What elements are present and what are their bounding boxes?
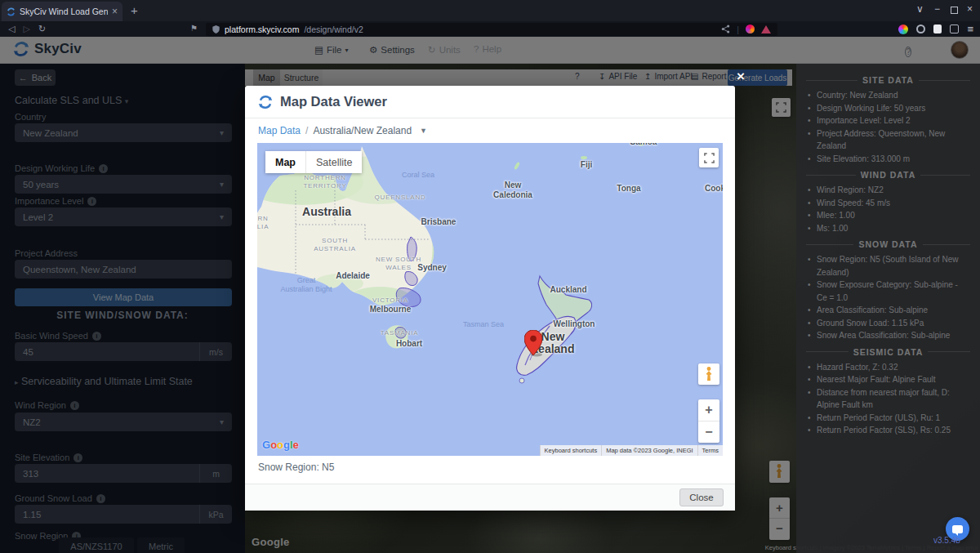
window-menu-icon[interactable]: ∨ bbox=[916, 3, 924, 15]
window-restore-icon[interactable] bbox=[951, 7, 958, 14]
skyciv-favicon-icon bbox=[7, 7, 16, 16]
google-map[interactable]: Samoa Fiji New Caledonia Tonga Cook Is C… bbox=[257, 143, 723, 456]
new-tab-button[interactable]: + bbox=[131, 3, 138, 17]
keyboard-shortcuts-link[interactable]: Keyboard shortcuts bbox=[540, 445, 602, 456]
extensions-icon[interactable] bbox=[916, 25, 925, 33]
browser-tabbar: SkyCiv Wind Load Generat × + ∨ − × bbox=[0, 0, 980, 21]
map-label: Sydney bbox=[417, 263, 447, 272]
map-label: ERN bbox=[257, 215, 269, 223]
map-label: Fiji bbox=[581, 160, 592, 169]
pegman-icon bbox=[705, 367, 713, 381]
tab-title: SkyCiv Wind Load Generat bbox=[20, 7, 108, 16]
modal-title: Map Data Viewer bbox=[280, 94, 387, 109]
screen: SkyCiv Wind Load Generat × + ∨ − × ◁ ▷ ↻… bbox=[0, 0, 980, 553]
map-label: Hobart bbox=[396, 339, 422, 348]
map-data-viewer-modal: Map Data Viewer Map Data / Australia/New… bbox=[245, 86, 735, 511]
map-label: Adelaide bbox=[336, 271, 370, 280]
map-type-control: Map Satellite bbox=[265, 151, 362, 173]
map-label: SOUTH AUSTRALIA bbox=[310, 237, 360, 253]
map-label: Auckland bbox=[550, 285, 586, 294]
extension-icon-2[interactable] bbox=[761, 25, 771, 33]
google-logo: Google bbox=[262, 439, 299, 451]
fullscreen-icon bbox=[704, 153, 715, 163]
map-label: Wellington bbox=[554, 319, 595, 328]
browser-tab[interactable]: SkyCiv Wind Load Generat × bbox=[2, 2, 122, 21]
map-fullscreen-button[interactable] bbox=[699, 148, 719, 167]
map-type-map-button[interactable]: Map bbox=[265, 151, 305, 173]
map-label: Tasman Sea bbox=[463, 320, 504, 329]
map-label: Great Australian Bight bbox=[280, 276, 332, 294]
map-label: VICTORIA bbox=[372, 297, 408, 305]
app-version: v3.5.4b bbox=[933, 536, 960, 545]
map-label: TASMANIA bbox=[381, 329, 419, 337]
map-label: Coral Sea bbox=[402, 171, 434, 180]
browser-addressbar: ◁ ▷ ↻ ⚑ platform.skyciv.com/design/wind/… bbox=[0, 21, 980, 37]
share-icon[interactable] bbox=[721, 25, 730, 33]
zoom-in-button[interactable]: + bbox=[698, 399, 719, 421]
window-close-icon[interactable]: × bbox=[967, 3, 973, 15]
skyciv-modal-icon bbox=[258, 95, 273, 109]
modal-footer: Close bbox=[245, 484, 735, 511]
map-label: Australia bbox=[302, 206, 351, 218]
breadcrumb-current[interactable]: Australia/New Zealand bbox=[313, 125, 412, 136]
url-domain: platform.skyciv.com bbox=[225, 25, 299, 34]
map-label: QUEENSLAND bbox=[374, 194, 425, 202]
site-security-icon bbox=[212, 25, 220, 33]
window-minimize-icon[interactable]: − bbox=[934, 3, 940, 15]
modal-header: Map Data Viewer bbox=[245, 86, 735, 118]
chat-icon bbox=[952, 525, 963, 533]
browser-menu-icon[interactable]: ≡ bbox=[967, 23, 973, 35]
browser-actions: ≡ bbox=[898, 23, 973, 35]
modal-close-icon[interactable]: × bbox=[737, 69, 745, 85]
map-label: Melbourne bbox=[370, 305, 412, 314]
map-label: Brisbane bbox=[421, 217, 457, 226]
theme-color-wheel-icon[interactable] bbox=[898, 25, 908, 34]
tab-tiling-icon[interactable] bbox=[950, 25, 959, 33]
map-label: ALIA bbox=[257, 223, 269, 231]
terms-link[interactable]: Terms bbox=[697, 445, 723, 456]
extension-icon-1[interactable] bbox=[746, 25, 755, 33]
snow-region-result: Snow Region: N5 bbox=[258, 462, 334, 473]
location-marker-icon[interactable] bbox=[524, 330, 542, 356]
zoom-out-button[interactable]: − bbox=[698, 421, 719, 443]
tab-close-icon[interactable]: × bbox=[112, 6, 118, 17]
close-button[interactable]: Close bbox=[679, 488, 724, 506]
map-label: Tonga bbox=[617, 184, 640, 193]
map-data-credit: Map data ©2023 Google, INEGI bbox=[601, 445, 697, 456]
map-label: Samoa bbox=[630, 143, 657, 146]
breadcrumb: Map Data / Australia/New Zealand ▼ bbox=[258, 125, 427, 136]
pegman-button[interactable] bbox=[698, 363, 719, 385]
bookmark-icon[interactable]: ⚑ bbox=[190, 24, 198, 33]
map-attribution: Keyboard shortcuts Map data ©2023 Google… bbox=[540, 445, 723, 456]
map-label: Cook Is bbox=[705, 184, 723, 193]
breadcrumb-root[interactable]: Map Data bbox=[258, 125, 301, 136]
url-field[interactable]: platform.skyciv.com/design/wind/v2 | bbox=[206, 23, 777, 36]
reload-icon[interactable]: ↻ bbox=[38, 24, 46, 34]
map-zoom-control: + − bbox=[698, 399, 719, 443]
sidebar-panel-icon[interactable] bbox=[933, 25, 942, 33]
url-path: /design/wind/v2 bbox=[304, 25, 363, 34]
map-label: New Caledonia bbox=[484, 181, 541, 200]
chevron-down-icon[interactable]: ▼ bbox=[420, 127, 427, 135]
forward-icon[interactable]: ▷ bbox=[23, 24, 29, 34]
map-label: NORTHERN TERRITORY bbox=[300, 174, 350, 190]
map-type-satellite-button[interactable]: Satellite bbox=[305, 151, 362, 173]
map-label: NEW SOUTH WALES bbox=[373, 256, 424, 272]
back-icon[interactable]: ◁ bbox=[8, 24, 15, 34]
